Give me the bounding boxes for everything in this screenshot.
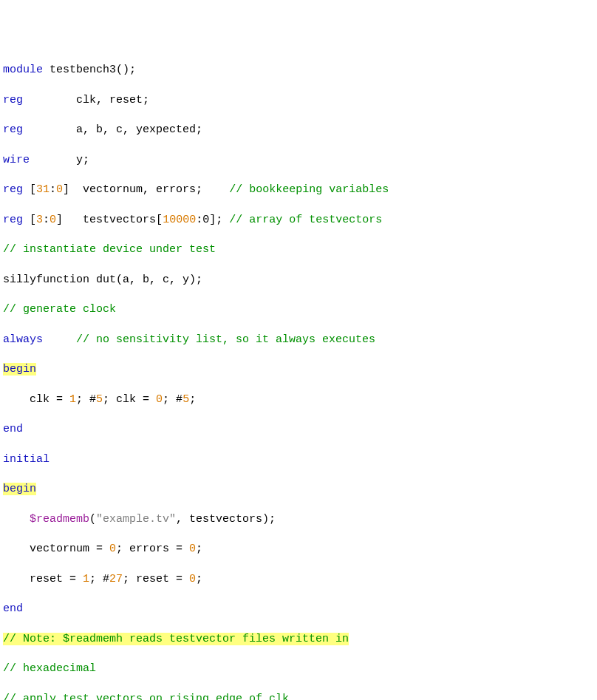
code-line-7: // instantiate device under test <box>3 242 594 257</box>
comment: // hexadecimal <box>3 662 96 675</box>
code-line-15: begin <box>3 482 594 497</box>
comment: // bookkeeping variables <box>229 183 389 196</box>
code-line-4: wire y; <box>3 153 594 168</box>
code-block: module testbench3(); reg clk, reset; reg… <box>3 48 594 700</box>
kw-reg: reg <box>3 123 23 136</box>
code-line-1: module testbench3(); <box>3 63 594 78</box>
code-line-17: vectornum = 0; errors = 0; <box>3 542 594 557</box>
code-line-21: // hexadecimal <box>3 662 594 676</box>
kw-end: end <box>3 423 23 435</box>
kw-reg: reg <box>3 183 23 196</box>
kw-wire: wire <box>3 154 30 166</box>
comment: // apply test vectors on rising edge of … <box>3 693 289 701</box>
code-line-12: clk = 1; #5; clk = 0; #5; <box>3 393 594 407</box>
code-line-9: // generate clock <box>3 302 594 317</box>
kw-begin: begin <box>3 483 36 495</box>
kw-module: module <box>3 64 43 76</box>
code-line-8: sillyfunction dut(a, b, c, y); <box>3 273 594 288</box>
kw-end: end <box>3 602 23 615</box>
comment: // array of testvectors <box>229 214 382 226</box>
code-line-22: // apply test vectors on rising edge of … <box>3 692 594 701</box>
code-line-2: reg clk, reset; <box>3 93 594 108</box>
kw-initial: initial <box>3 453 50 466</box>
kw-always: always <box>3 333 43 346</box>
code-line-11: begin <box>3 362 594 377</box>
code-line-13: end <box>3 422 594 437</box>
string-literal: "example.tv" <box>96 513 176 526</box>
comment: // no sensitivity list, so it always exe… <box>76 333 375 346</box>
code-line-10: always // no sensitivity list, so it alw… <box>3 333 594 347</box>
code-line-16: $readmemb("example.tv", testvectors); <box>3 512 594 527</box>
code-line-5: reg [31:0] vectornum, errors; // bookkee… <box>3 183 594 197</box>
sys-readmemb: $readmemb <box>30 513 89 526</box>
comment: // instantiate device under test <box>3 243 216 256</box>
comment: // Note: $readmemh reads testvector file… <box>3 633 349 645</box>
kw-reg: reg <box>3 214 23 226</box>
kw-begin: begin <box>3 363 36 376</box>
comment: // generate clock <box>3 303 116 316</box>
code-line-18: reset = 1; #27; reset = 0; <box>3 572 594 587</box>
code-line-6: reg [3:0] testvectors[10000:0]; // array… <box>3 213 594 228</box>
kw-reg: reg <box>3 94 23 106</box>
code-line-20: // Note: $readmemh reads testvector file… <box>3 632 594 647</box>
code-line-14: initial <box>3 452 594 467</box>
code-line-19: end <box>3 602 594 616</box>
code-line-3: reg a, b, c, yexpected; <box>3 123 594 137</box>
